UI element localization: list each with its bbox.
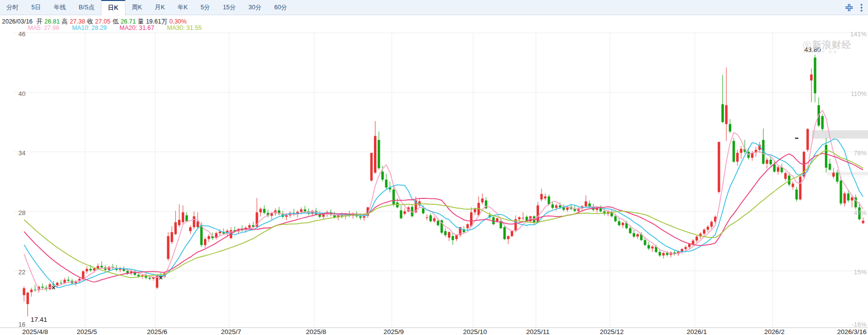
candle-191 bbox=[729, 124, 731, 131]
y-tick-label: 16 bbox=[19, 321, 25, 328]
candle-223 bbox=[847, 193, 849, 200]
candle-17 bbox=[86, 269, 88, 271]
candle-43 bbox=[182, 213, 184, 222]
candle-190 bbox=[725, 105, 727, 124]
candle-124 bbox=[481, 198, 484, 202]
x-tick-label: 2025/6 bbox=[147, 328, 167, 335]
candle-18 bbox=[89, 269, 92, 270]
candle-142 bbox=[547, 196, 550, 204]
candle-49 bbox=[204, 239, 206, 245]
candle-152 bbox=[585, 201, 587, 206]
stock-chart-app: 分时5日年线B/S点日K周K月K年K5分15分30分60分 2026/03/16… bbox=[0, 0, 868, 335]
candle-20 bbox=[97, 266, 99, 268]
candle-181 bbox=[692, 240, 694, 244]
ma30-line bbox=[24, 150, 863, 278]
candle-2 bbox=[30, 289, 33, 292]
candle-173 bbox=[662, 253, 665, 256]
candle-53 bbox=[219, 232, 221, 233]
candle-209 bbox=[795, 190, 798, 199]
candle-115 bbox=[448, 232, 450, 238]
candle-182 bbox=[695, 237, 698, 240]
x-tick-label: 2026/3/16 bbox=[837, 328, 867, 335]
y-tick-label: 28 bbox=[19, 209, 25, 216]
candle-146 bbox=[563, 207, 565, 210]
x-tick-label: 2025/12 bbox=[600, 328, 624, 335]
candle-144 bbox=[555, 205, 558, 208]
candle-168 bbox=[644, 240, 646, 245]
candle-81 bbox=[322, 215, 324, 217]
candle-91 bbox=[359, 216, 362, 218]
candle-40 bbox=[171, 232, 173, 242]
candle-65 bbox=[263, 209, 266, 213]
candle-39 bbox=[167, 236, 170, 259]
candle-216 bbox=[821, 116, 824, 129]
candle-9 bbox=[56, 283, 58, 285]
candle-41 bbox=[174, 222, 177, 234]
axis-labels: 46141%40110%3478%2847%2215%16-16%2025/4/… bbox=[19, 30, 867, 335]
candle-42 bbox=[178, 220, 180, 225]
candle-194 bbox=[740, 149, 743, 153]
watermark-text: 新浪财经 bbox=[812, 40, 851, 50]
candle-102 bbox=[400, 210, 402, 218]
low-price-annotation: 17.41 bbox=[31, 316, 48, 323]
candle-116 bbox=[451, 236, 454, 240]
candle-227 bbox=[862, 221, 865, 223]
candle-48 bbox=[200, 225, 203, 245]
candle-98 bbox=[385, 180, 388, 188]
grid-lines bbox=[0, 33, 868, 328]
candle-95 bbox=[374, 136, 376, 173]
candle-162 bbox=[621, 223, 624, 225]
x-tick-label: 2026/1 bbox=[687, 328, 707, 335]
x-tick-label: 2025/5 bbox=[77, 328, 97, 335]
y-right-label: 78% bbox=[854, 149, 867, 157]
candle-94 bbox=[370, 153, 372, 181]
candle-188 bbox=[718, 142, 720, 192]
candle-110 bbox=[429, 215, 432, 221]
candle-16 bbox=[82, 271, 84, 279]
x-tick-label: 2025/4/8 bbox=[22, 328, 48, 335]
candle-112 bbox=[437, 221, 439, 225]
candle-21 bbox=[100, 266, 103, 267]
y-tick-label: 46 bbox=[19, 30, 25, 38]
dash-marker bbox=[795, 138, 798, 139]
candle-166 bbox=[636, 234, 639, 237]
candle-221 bbox=[840, 181, 842, 204]
candle-75 bbox=[300, 209, 302, 212]
candle-186 bbox=[710, 222, 713, 227]
candle-140 bbox=[540, 194, 543, 199]
x-tick-label: 2025/8 bbox=[306, 328, 326, 335]
candle-165 bbox=[633, 233, 635, 237]
candle-208 bbox=[792, 184, 794, 187]
candle-103 bbox=[403, 212, 406, 214]
candle-174 bbox=[666, 253, 669, 255]
candle-217 bbox=[825, 145, 827, 168]
y-tick-label: 22 bbox=[19, 268, 25, 276]
candle-204 bbox=[777, 167, 779, 171]
y-right-label: 141% bbox=[850, 30, 867, 38]
candle-169 bbox=[647, 245, 650, 248]
candle-128 bbox=[496, 218, 498, 221]
candle-203 bbox=[773, 164, 775, 171]
y-tick-label: 34 bbox=[19, 149, 25, 157]
candle-192 bbox=[733, 141, 735, 162]
candle-97 bbox=[381, 172, 384, 180]
candle-31 bbox=[137, 275, 140, 276]
candle-212 bbox=[806, 129, 809, 150]
candle-219 bbox=[832, 173, 835, 177]
candle-213 bbox=[810, 74, 813, 80]
candle-111 bbox=[433, 218, 436, 221]
candle-34 bbox=[149, 278, 151, 279]
candle-206 bbox=[784, 173, 787, 179]
candle-47 bbox=[197, 221, 199, 227]
ma-lines bbox=[24, 110, 863, 289]
candles-layer bbox=[23, 55, 865, 316]
candle-185 bbox=[707, 227, 709, 230]
candlestick-chart[interactable]: 46141%40110%3478%2847%2215%16-16%2025/4/… bbox=[0, 0, 868, 335]
candle-10 bbox=[60, 283, 62, 283]
ma20-line bbox=[24, 153, 863, 282]
sina-logo-icon: ⓢ bbox=[803, 41, 811, 50]
y-tick-label: 40 bbox=[19, 90, 25, 97]
candle-135 bbox=[522, 218, 524, 218]
candle-131 bbox=[507, 236, 509, 239]
y-right-label: 15% bbox=[854, 268, 867, 276]
